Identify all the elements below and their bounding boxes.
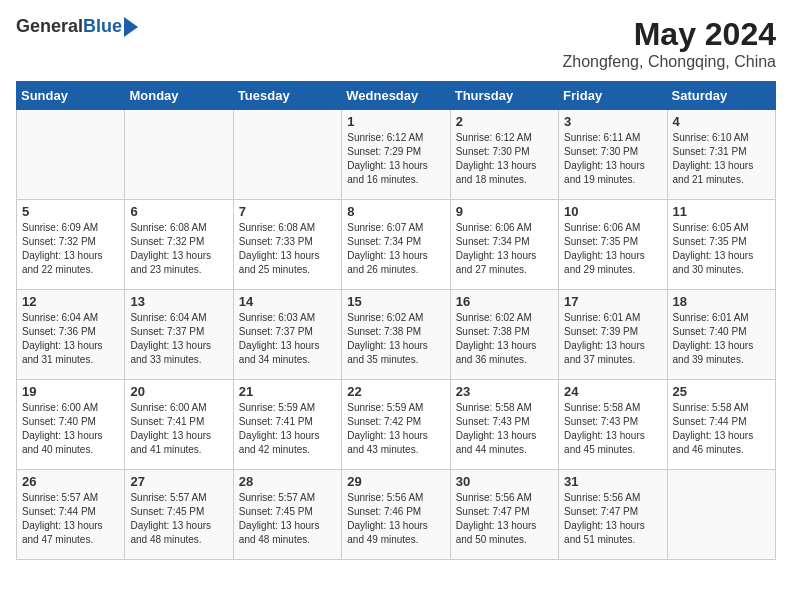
- day-info: Sunrise: 5:56 AMSunset: 7:47 PMDaylight:…: [564, 491, 661, 547]
- day-number: 2: [456, 114, 553, 129]
- day-number: 14: [239, 294, 336, 309]
- logo-blue-text: Blue: [83, 16, 122, 37]
- day-number: 23: [456, 384, 553, 399]
- day-number: 10: [564, 204, 661, 219]
- day-number: 21: [239, 384, 336, 399]
- calendar-cell: 25Sunrise: 5:58 AMSunset: 7:44 PMDayligh…: [667, 380, 775, 470]
- day-info: Sunrise: 5:59 AMSunset: 7:42 PMDaylight:…: [347, 401, 444, 457]
- calendar-cell: 13Sunrise: 6:04 AMSunset: 7:37 PMDayligh…: [125, 290, 233, 380]
- day-number: 26: [22, 474, 119, 489]
- calendar-cell: 6Sunrise: 6:08 AMSunset: 7:32 PMDaylight…: [125, 200, 233, 290]
- day-number: 28: [239, 474, 336, 489]
- day-number: 20: [130, 384, 227, 399]
- day-number: 18: [673, 294, 770, 309]
- day-info: Sunrise: 6:04 AMSunset: 7:37 PMDaylight:…: [130, 311, 227, 367]
- calendar-cell: 4Sunrise: 6:10 AMSunset: 7:31 PMDaylight…: [667, 110, 775, 200]
- day-number: 5: [22, 204, 119, 219]
- day-number: 7: [239, 204, 336, 219]
- calendar-cell: [125, 110, 233, 200]
- calendar-cell: [667, 470, 775, 560]
- day-number: 1: [347, 114, 444, 129]
- day-info: Sunrise: 6:08 AMSunset: 7:33 PMDaylight:…: [239, 221, 336, 277]
- day-number: 16: [456, 294, 553, 309]
- calendar-cell: 31Sunrise: 5:56 AMSunset: 7:47 PMDayligh…: [559, 470, 667, 560]
- day-number: 3: [564, 114, 661, 129]
- day-info: Sunrise: 6:02 AMSunset: 7:38 PMDaylight:…: [347, 311, 444, 367]
- day-info: Sunrise: 6:03 AMSunset: 7:37 PMDaylight:…: [239, 311, 336, 367]
- calendar-cell: 18Sunrise: 6:01 AMSunset: 7:40 PMDayligh…: [667, 290, 775, 380]
- calendar-cell: 1Sunrise: 6:12 AMSunset: 7:29 PMDaylight…: [342, 110, 450, 200]
- logo: General Blue: [16, 16, 138, 37]
- day-info: Sunrise: 5:59 AMSunset: 7:41 PMDaylight:…: [239, 401, 336, 457]
- day-number: 17: [564, 294, 661, 309]
- day-header-monday: Monday: [125, 82, 233, 110]
- day-info: Sunrise: 5:58 AMSunset: 7:43 PMDaylight:…: [564, 401, 661, 457]
- day-info: Sunrise: 6:00 AMSunset: 7:40 PMDaylight:…: [22, 401, 119, 457]
- month-title: May 2024: [563, 16, 777, 53]
- day-info: Sunrise: 6:12 AMSunset: 7:29 PMDaylight:…: [347, 131, 444, 187]
- calendar-cell: 5Sunrise: 6:09 AMSunset: 7:32 PMDaylight…: [17, 200, 125, 290]
- calendar-cell: 28Sunrise: 5:57 AMSunset: 7:45 PMDayligh…: [233, 470, 341, 560]
- calendar-cell: 7Sunrise: 6:08 AMSunset: 7:33 PMDaylight…: [233, 200, 341, 290]
- calendar-cell: 24Sunrise: 5:58 AMSunset: 7:43 PMDayligh…: [559, 380, 667, 470]
- calendar-cell: 3Sunrise: 6:11 AMSunset: 7:30 PMDaylight…: [559, 110, 667, 200]
- day-number: 8: [347, 204, 444, 219]
- calendar-cell: 20Sunrise: 6:00 AMSunset: 7:41 PMDayligh…: [125, 380, 233, 470]
- calendar-cell: 8Sunrise: 6:07 AMSunset: 7:34 PMDaylight…: [342, 200, 450, 290]
- location-title: Zhongfeng, Chongqing, China: [563, 53, 777, 71]
- calendar-cell: 2Sunrise: 6:12 AMSunset: 7:30 PMDaylight…: [450, 110, 558, 200]
- day-header-sunday: Sunday: [17, 82, 125, 110]
- calendar-week-row: 19Sunrise: 6:00 AMSunset: 7:40 PMDayligh…: [17, 380, 776, 470]
- calendar-cell: 14Sunrise: 6:03 AMSunset: 7:37 PMDayligh…: [233, 290, 341, 380]
- day-info: Sunrise: 6:00 AMSunset: 7:41 PMDaylight:…: [130, 401, 227, 457]
- title-block: May 2024 Zhongfeng, Chongqing, China: [563, 16, 777, 71]
- day-info: Sunrise: 6:04 AMSunset: 7:36 PMDaylight:…: [22, 311, 119, 367]
- day-info: Sunrise: 6:02 AMSunset: 7:38 PMDaylight:…: [456, 311, 553, 367]
- day-number: 30: [456, 474, 553, 489]
- day-number: 27: [130, 474, 227, 489]
- calendar-cell: 27Sunrise: 5:57 AMSunset: 7:45 PMDayligh…: [125, 470, 233, 560]
- day-info: Sunrise: 6:12 AMSunset: 7:30 PMDaylight:…: [456, 131, 553, 187]
- calendar-cell: [17, 110, 125, 200]
- calendar-week-row: 1Sunrise: 6:12 AMSunset: 7:29 PMDaylight…: [17, 110, 776, 200]
- day-number: 12: [22, 294, 119, 309]
- calendar-week-row: 12Sunrise: 6:04 AMSunset: 7:36 PMDayligh…: [17, 290, 776, 380]
- calendar-cell: 21Sunrise: 5:59 AMSunset: 7:41 PMDayligh…: [233, 380, 341, 470]
- page-header: General Blue May 2024 Zhongfeng, Chongqi…: [16, 16, 776, 71]
- calendar-cell: 16Sunrise: 6:02 AMSunset: 7:38 PMDayligh…: [450, 290, 558, 380]
- day-info: Sunrise: 6:06 AMSunset: 7:34 PMDaylight:…: [456, 221, 553, 277]
- calendar-cell: 11Sunrise: 6:05 AMSunset: 7:35 PMDayligh…: [667, 200, 775, 290]
- day-info: Sunrise: 6:08 AMSunset: 7:32 PMDaylight:…: [130, 221, 227, 277]
- day-info: Sunrise: 5:58 AMSunset: 7:44 PMDaylight:…: [673, 401, 770, 457]
- day-number: 6: [130, 204, 227, 219]
- day-number: 13: [130, 294, 227, 309]
- logo-arrow-icon: [124, 17, 138, 37]
- calendar-table: SundayMondayTuesdayWednesdayThursdayFrid…: [16, 81, 776, 560]
- day-info: Sunrise: 6:07 AMSunset: 7:34 PMDaylight:…: [347, 221, 444, 277]
- day-info: Sunrise: 6:01 AMSunset: 7:40 PMDaylight:…: [673, 311, 770, 367]
- day-header-tuesday: Tuesday: [233, 82, 341, 110]
- calendar-cell: 12Sunrise: 6:04 AMSunset: 7:36 PMDayligh…: [17, 290, 125, 380]
- day-header-saturday: Saturday: [667, 82, 775, 110]
- day-number: 31: [564, 474, 661, 489]
- day-header-wednesday: Wednesday: [342, 82, 450, 110]
- day-info: Sunrise: 6:09 AMSunset: 7:32 PMDaylight:…: [22, 221, 119, 277]
- day-info: Sunrise: 5:57 AMSunset: 7:44 PMDaylight:…: [22, 491, 119, 547]
- calendar-cell: 15Sunrise: 6:02 AMSunset: 7:38 PMDayligh…: [342, 290, 450, 380]
- calendar-cell: 26Sunrise: 5:57 AMSunset: 7:44 PMDayligh…: [17, 470, 125, 560]
- day-number: 19: [22, 384, 119, 399]
- day-info: Sunrise: 6:06 AMSunset: 7:35 PMDaylight:…: [564, 221, 661, 277]
- calendar-cell: 23Sunrise: 5:58 AMSunset: 7:43 PMDayligh…: [450, 380, 558, 470]
- day-number: 11: [673, 204, 770, 219]
- calendar-header-row: SundayMondayTuesdayWednesdayThursdayFrid…: [17, 82, 776, 110]
- day-info: Sunrise: 5:56 AMSunset: 7:46 PMDaylight:…: [347, 491, 444, 547]
- calendar-cell: 30Sunrise: 5:56 AMSunset: 7:47 PMDayligh…: [450, 470, 558, 560]
- day-number: 15: [347, 294, 444, 309]
- calendar-cell: 10Sunrise: 6:06 AMSunset: 7:35 PMDayligh…: [559, 200, 667, 290]
- day-info: Sunrise: 5:56 AMSunset: 7:47 PMDaylight:…: [456, 491, 553, 547]
- day-number: 22: [347, 384, 444, 399]
- day-number: 9: [456, 204, 553, 219]
- calendar-cell: 22Sunrise: 5:59 AMSunset: 7:42 PMDayligh…: [342, 380, 450, 470]
- logo-general-text: General: [16, 16, 83, 37]
- day-info: Sunrise: 6:11 AMSunset: 7:30 PMDaylight:…: [564, 131, 661, 187]
